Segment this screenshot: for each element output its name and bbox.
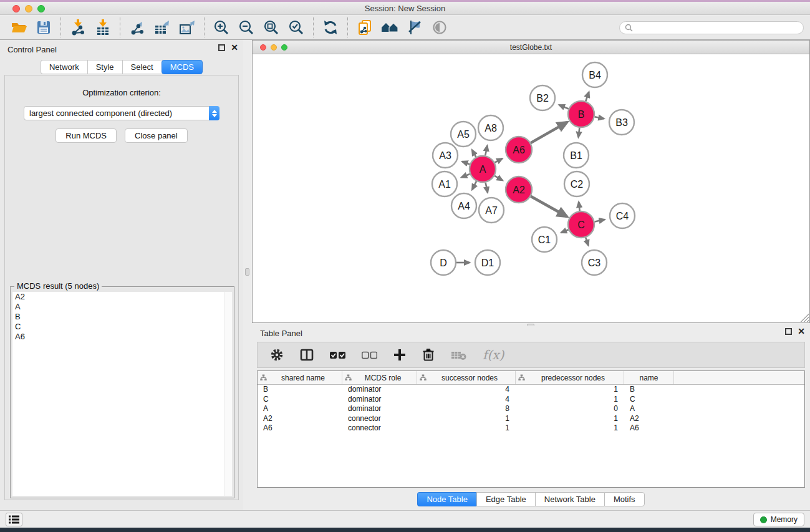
graph-edge-A-A1[interactable] bbox=[461, 174, 470, 177]
result-list-item[interactable]: A2 bbox=[12, 292, 232, 302]
splitter-handle[interactable] bbox=[245, 268, 249, 276]
flag-slash-button[interactable] bbox=[402, 17, 427, 38]
graph-edge-A-A4[interactable] bbox=[472, 181, 476, 190]
close-panel-icon[interactable]: ✕ bbox=[231, 44, 238, 51]
graph-edge-A-A8[interactable] bbox=[485, 145, 487, 155]
window-resize-grip[interactable] bbox=[801, 314, 809, 322]
task-history-button[interactable] bbox=[6, 513, 22, 526]
tab-network[interactable]: Network bbox=[41, 60, 87, 74]
save-button[interactable] bbox=[31, 17, 56, 38]
eye-button[interactable] bbox=[427, 17, 452, 38]
graph-edge-C-C4[interactable] bbox=[595, 220, 605, 221]
graph-node-label: A8 bbox=[485, 123, 497, 133]
network-window-titlebar: testGlobe.txt bbox=[253, 41, 809, 54]
zoom-fit-button[interactable] bbox=[259, 17, 284, 38]
import-table-icon bbox=[95, 19, 111, 36]
zoom-out-button[interactable] bbox=[234, 17, 259, 38]
result-list-item[interactable]: B bbox=[12, 312, 232, 322]
network-canvas[interactable]: B4B2BB3A5A8A6B1A3AA1C2A2A4A7C4CC1C3DD1 bbox=[253, 54, 809, 322]
graph-edge-B-B1[interactable] bbox=[578, 128, 579, 137]
column-header-shared-name[interactable]: shared name bbox=[258, 371, 342, 384]
criterion-select[interactable]: largest connected component (directed) bbox=[24, 106, 219, 120]
result-list-item[interactable]: C bbox=[12, 322, 232, 332]
graph-edge-B-B2[interactable] bbox=[559, 105, 569, 109]
table-cell bbox=[674, 385, 804, 395]
tab-select[interactable]: Select bbox=[122, 60, 162, 74]
delete-column-button[interactable] bbox=[422, 348, 435, 362]
table-cell: 1 bbox=[516, 423, 624, 433]
table-cell: 0 bbox=[516, 404, 624, 414]
table-row[interactable]: Bdominator41B bbox=[258, 385, 804, 395]
search-field[interactable] bbox=[619, 21, 804, 34]
zoom-selected-button[interactable] bbox=[284, 17, 309, 38]
table-settings-button[interactable] bbox=[270, 348, 284, 362]
network-from-selection-icon bbox=[357, 19, 373, 36]
graph-edge-A-A2[interactable] bbox=[494, 176, 503, 180]
graph-edge-A6-B[interactable] bbox=[531, 122, 567, 143]
toolbar-separator bbox=[60, 17, 61, 37]
graph-edge-B-B3[interactable] bbox=[595, 117, 604, 118]
zoom-in-button[interactable] bbox=[209, 17, 234, 38]
table-row[interactable]: A2connector11A2 bbox=[258, 414, 804, 424]
run-mcds-button[interactable]: Run MCDS bbox=[55, 128, 117, 143]
show-columns-button[interactable] bbox=[300, 348, 314, 362]
close-panel-button[interactable]: Close panel bbox=[125, 128, 188, 143]
export-image-button[interactable] bbox=[175, 17, 200, 38]
toolbar-separator bbox=[120, 17, 120, 37]
graph-edge-A-A5[interactable] bbox=[472, 150, 476, 157]
houses-button[interactable] bbox=[377, 17, 402, 38]
graph-edge-C-C2[interactable] bbox=[579, 202, 580, 211]
mcds-result-list[interactable]: A2ABCA6 bbox=[12, 292, 232, 496]
desktop-wallpaper bbox=[0, 528, 810, 532]
apply-layout-button[interactable] bbox=[318, 17, 343, 38]
function-builder-button[interactable]: f(x) bbox=[483, 347, 504, 362]
column-header-predecessor-nodes[interactable]: predecessor nodes bbox=[516, 371, 624, 384]
memory-button[interactable]: Memory bbox=[753, 513, 804, 526]
vertical-splitter[interactable] bbox=[243, 40, 252, 510]
table-cell: C bbox=[258, 395, 342, 405]
tab-edge-table[interactable]: Edge Table bbox=[476, 492, 535, 506]
control-panel-tabs: Network Style Select MCDS bbox=[0, 60, 243, 74]
tab-style[interactable]: Style bbox=[87, 60, 122, 74]
tab-mcds[interactable]: MCDS bbox=[162, 60, 203, 74]
result-list-item[interactable]: A6 bbox=[12, 332, 232, 342]
delete-table-button[interactable] bbox=[451, 350, 466, 360]
table-row[interactable]: Adominator80A bbox=[258, 404, 804, 414]
result-list-item[interactable]: A bbox=[12, 302, 232, 312]
graph-edge-A-A6[interactable] bbox=[494, 158, 502, 162]
graph-edge-C-C3[interactable] bbox=[586, 238, 588, 246]
table-row[interactable]: Cdominator41C bbox=[258, 395, 804, 405]
import-network-icon bbox=[70, 19, 86, 36]
float-panel-icon[interactable] bbox=[218, 44, 225, 51]
column-header-name[interactable]: name bbox=[624, 371, 674, 384]
close-table-panel-icon[interactable]: ✕ bbox=[798, 328, 805, 335]
zoom-fit-icon bbox=[263, 19, 279, 36]
open-file-button[interactable] bbox=[6, 17, 31, 38]
graph-edge-A2-C[interactable] bbox=[531, 196, 567, 217]
tab-node-table[interactable]: Node Table bbox=[417, 492, 476, 506]
tab-network-table[interactable]: Network Table bbox=[535, 492, 604, 506]
graph-edge-A-A3[interactable] bbox=[462, 162, 470, 164]
graph-edge-C-C1[interactable] bbox=[561, 230, 569, 233]
add-column-button[interactable] bbox=[393, 349, 406, 361]
tab-motifs[interactable]: Motifs bbox=[604, 492, 645, 506]
search-input[interactable] bbox=[636, 23, 798, 32]
tree-icon bbox=[260, 374, 267, 381]
graph-edge-B-B4[interactable] bbox=[586, 92, 589, 101]
graph-edge-A-A7[interactable] bbox=[486, 183, 488, 193]
toolbar-separator bbox=[204, 17, 205, 37]
float-table-panel-icon[interactable] bbox=[785, 328, 792, 335]
network-from-selection-button[interactable] bbox=[352, 17, 377, 38]
deselect-all-button[interactable] bbox=[362, 351, 377, 359]
table-row[interactable]: A6connector11A6 bbox=[258, 423, 804, 433]
column-header-mcds-role[interactable]: MCDS role bbox=[342, 371, 417, 384]
column-header-successor-nodes[interactable]: successor nodes bbox=[417, 371, 516, 384]
export-network-button[interactable] bbox=[125, 17, 150, 38]
toolbar-separator bbox=[347, 17, 348, 37]
result-list-scrollbar[interactable] bbox=[224, 292, 232, 496]
import-network-button[interactable] bbox=[65, 17, 90, 38]
table-cell: 1 bbox=[516, 395, 624, 405]
export-table-button[interactable] bbox=[150, 17, 175, 38]
import-table-button[interactable] bbox=[90, 17, 115, 38]
select-all-button[interactable] bbox=[330, 351, 345, 359]
